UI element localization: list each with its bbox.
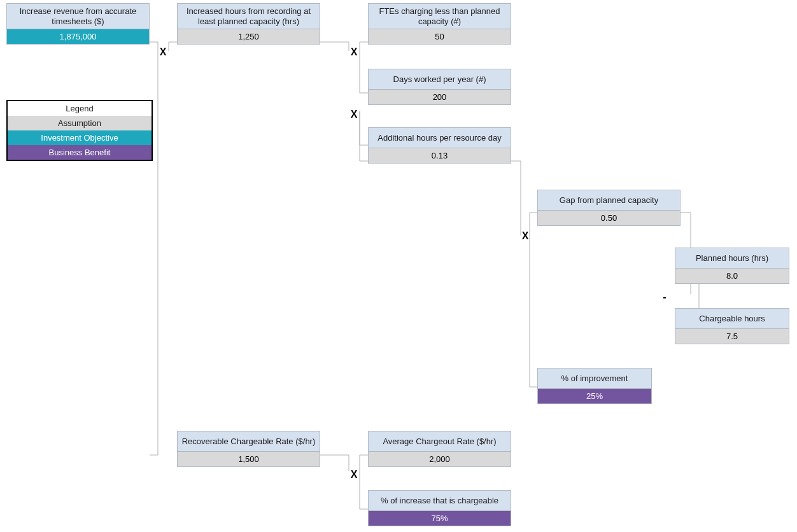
op-mult-2: X [348, 46, 360, 58]
node-addl-hours-value: 0.13 [369, 148, 511, 163]
node-avg-chargeout-value: 2,000 [369, 452, 511, 466]
node-revenue-value: 1,875,000 [7, 29, 149, 44]
node-addl-hours-title: Additional hours per resource day [369, 128, 511, 148]
node-chargeable-hours-value: 7.5 [675, 329, 789, 344]
node-days-worked-value: 200 [369, 90, 511, 104]
node-planned-hours: Planned hours (hrs) 8.0 [675, 248, 789, 284]
node-pct-improvement: % of improvement 25% [537, 368, 652, 404]
node-increased-hours-title: Increased hours from recording at least … [178, 4, 320, 29]
legend-business-benefit: Business Benefit [8, 145, 152, 160]
legend: Legend Assumption Investment Objective B… [6, 100, 153, 161]
node-gap-title: Gap from planned capacity [538, 190, 680, 211]
node-recoverable-rate-value: 1,500 [178, 452, 320, 466]
node-revenue-title: Increase revenue from accurate timesheet… [7, 4, 149, 29]
node-planned-hours-value: 8.0 [675, 269, 789, 283]
node-days-worked-title: Days worked per year (#) [369, 69, 511, 90]
node-pct-improvement-title: % of improvement [538, 368, 651, 389]
legend-title: Legend [8, 101, 152, 116]
node-increased-hours-value: 1,250 [178, 29, 320, 44]
op-mult-1: X [157, 46, 169, 58]
op-mult-3: X [348, 109, 360, 120]
node-avg-chargeout: Average Chargeout Rate ($/hr) 2,000 [368, 431, 511, 467]
node-chargeable-hours: Chargeable hours 7.5 [675, 308, 789, 344]
node-revenue: Increase revenue from accurate timesheet… [6, 3, 150, 45]
node-ftes-under-value: 50 [369, 29, 511, 44]
node-gap-value: 0.50 [538, 211, 680, 225]
node-avg-chargeout-title: Average Chargeout Rate ($/hr) [369, 431, 511, 452]
node-days-worked: Days worked per year (#) 200 [368, 69, 511, 105]
node-ftes-under: FTEs charging less than planned capacity… [368, 3, 511, 45]
node-recoverable-rate-title: Recoverable Chargeable Rate ($/hr) [178, 431, 320, 452]
node-chargeable-hours-title: Chargeable hours [675, 309, 789, 329]
op-mult-5: X [348, 469, 360, 480]
legend-assumption: Assumption [8, 116, 152, 130]
node-pct-improvement-value: 25% [538, 389, 651, 403]
op-mult-4: X [519, 230, 531, 242]
node-recoverable-rate: Recoverable Chargeable Rate ($/hr) 1,500 [177, 431, 320, 467]
node-increased-hours: Increased hours from recording at least … [177, 3, 320, 45]
op-minus: - [659, 291, 670, 303]
node-pct-chargeable-value: 75% [369, 511, 511, 526]
node-planned-hours-title: Planned hours (hrs) [675, 248, 789, 269]
node-ftes-under-title: FTEs charging less than planned capacity… [369, 4, 511, 29]
node-pct-chargeable-title: % of increase that is chargeable [369, 491, 511, 511]
node-pct-chargeable: % of increase that is chargeable 75% [368, 490, 511, 526]
node-addl-hours: Additional hours per resource day 0.13 [368, 127, 511, 164]
legend-investment-objective: Investment Objective [8, 130, 152, 145]
node-gap: Gap from planned capacity 0.50 [537, 190, 681, 226]
